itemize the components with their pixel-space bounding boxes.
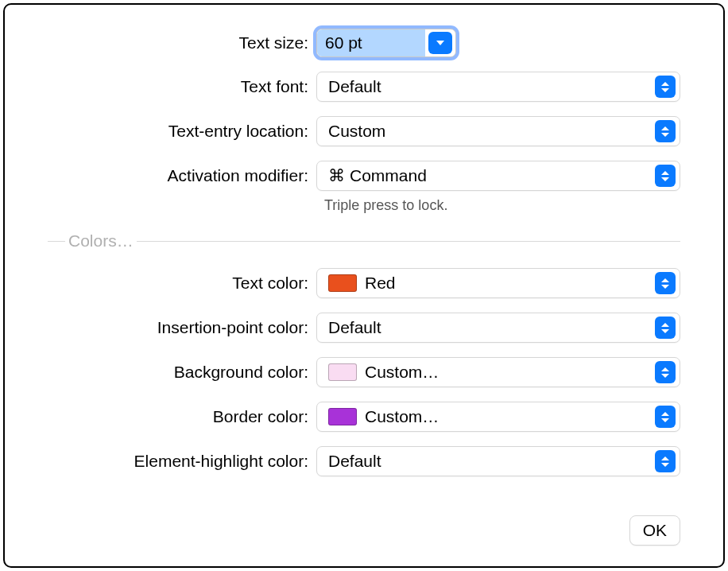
label-text-color: Text color: [48,274,316,293]
row-border-color: Border color: Custom… [48,402,680,432]
border-color-value: Custom… [365,407,680,426]
text-size-value[interactable]: 60 pt [317,29,425,56]
label-background-color: Background color: [48,363,316,382]
colors-section-header: Colors… [48,231,680,251]
element-highlight-color-value: Default [328,452,680,471]
command-icon: ⌘ [328,166,345,185]
row-background-color: Background color: Custom… [48,357,680,387]
activation-modifier-value: Command [350,166,680,185]
text-color-value: Red [365,274,680,293]
border-color-swatch [328,408,357,425]
text-size-dropdown-button[interactable] [428,32,452,54]
background-color-popup[interactable]: Custom… [316,357,680,387]
border-color-popup[interactable]: Custom… [316,402,680,432]
label-insertion-point-color: Insertion-point color: [48,318,316,337]
row-text-color: Text color: Red [48,268,680,298]
label-activation-modifier: Activation modifier: [48,166,316,185]
label-border-color: Border color: [48,407,316,426]
insertion-point-color-value: Default [328,318,680,337]
activation-hint: Triple press to lock. [324,197,680,214]
updown-icon [655,406,676,428]
label-text-size: Text size: [48,33,316,52]
text-color-swatch [328,274,357,292]
settings-panel: Text size: 60 pt Text font: Default Text… [3,3,725,568]
row-element-highlight-color: Element-highlight color: Default [48,446,680,476]
label-text-entry-location: Text-entry location: [48,122,316,141]
activation-modifier-popup[interactable]: ⌘ Command [316,161,680,191]
updown-icon [655,272,676,294]
updown-icon [655,361,676,383]
background-color-value: Custom… [365,363,680,382]
label-text-font: Text font: [48,77,316,96]
updown-icon [655,165,676,187]
updown-icon [655,317,676,339]
text-entry-location-popup[interactable]: Custom [316,116,680,146]
updown-icon [655,450,676,472]
label-element-highlight-color: Element-highlight color: [48,452,316,471]
row-text-size: Text size: 60 pt [48,29,680,57]
row-text-font: Text font: Default [48,72,680,102]
text-color-popup[interactable]: Red [316,268,680,298]
text-font-popup[interactable]: Default [316,72,680,102]
text-size-combo[interactable]: 60 pt [316,29,456,57]
element-highlight-color-popup[interactable]: Default [316,446,680,476]
insertion-point-color-popup[interactable]: Default [316,313,680,343]
colors-section-title: Colors… [65,231,137,251]
text-font-value: Default [328,77,680,96]
background-color-swatch [328,363,357,381]
ok-button[interactable]: OK [629,515,680,546]
row-insertion-point-color: Insertion-point color: Default [48,313,680,343]
text-entry-location-value: Custom [328,122,680,141]
chevron-down-icon [436,41,444,45]
row-activation-modifier: Activation modifier: ⌘ Command [48,161,680,191]
updown-icon [655,76,676,98]
updown-icon [655,120,676,142]
row-text-entry-location: Text-entry location: Custom [48,116,680,146]
